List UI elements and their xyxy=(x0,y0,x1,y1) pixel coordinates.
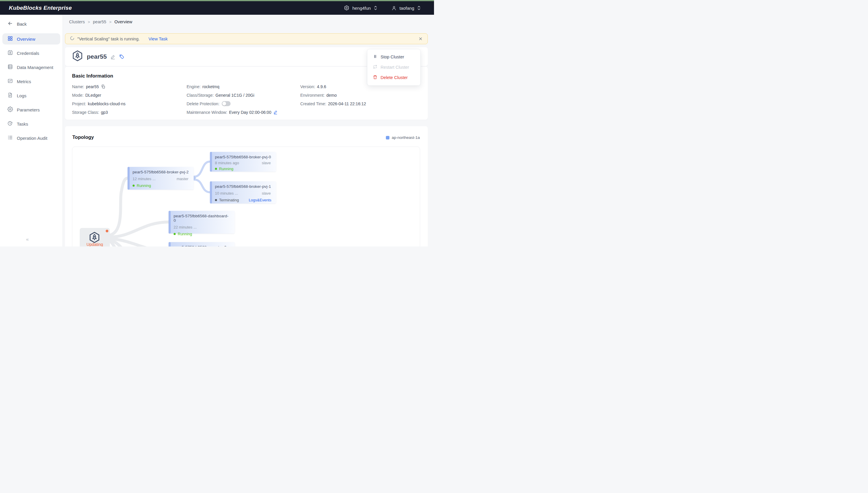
status-dot xyxy=(174,233,176,235)
topology-title: Topology xyxy=(72,134,94,140)
topology-cluster-node[interactable]: Updating xyxy=(80,228,110,246)
back-button[interactable]: Back xyxy=(2,18,60,29)
field-created-time: Created Time: 2026-04-11 22:16:12 xyxy=(300,101,412,106)
close-icon[interactable] xyxy=(418,37,423,41)
cluster-actions-menu: Stop Cluster Restart Cluster Delete Clus… xyxy=(367,49,420,86)
sidebar-item-label: Tasks xyxy=(17,122,28,127)
org-name: heng4fun xyxy=(352,6,371,10)
view-task-link[interactable]: View Task xyxy=(148,37,168,41)
id-badge-icon xyxy=(7,50,13,56)
node-name: pear5-575fbb6568-broker-pvj-1 xyxy=(215,184,272,189)
node-name: pear5-575fbb6568-dashboard-0 xyxy=(174,214,230,222)
org-cube-icon xyxy=(344,5,349,11)
sidebar: Back Overview Credentials Data Managemen… xyxy=(0,15,63,246)
chevron-updown-icon xyxy=(374,6,378,10)
node-accent-bar xyxy=(210,181,212,203)
cluster-name-title: pear55 xyxy=(87,53,107,60)
breadcrumb: Clusters > pear55 > Overview xyxy=(69,19,132,24)
field-environment: Environment: demo xyxy=(300,92,412,98)
status-dot xyxy=(215,168,217,170)
trash-icon xyxy=(373,75,377,80)
sidebar-collapse-button[interactable]: « xyxy=(26,236,28,242)
node-accent-bar xyxy=(168,242,170,246)
list-icon xyxy=(7,135,13,141)
sidebar-item-parameters[interactable]: Parameters xyxy=(2,104,60,115)
edit-pencil-icon[interactable] xyxy=(274,110,278,114)
node-name: pear5-575fbb6568-broker-pvj-0 xyxy=(215,155,272,159)
cluster-status-label: Updating xyxy=(80,242,110,246)
restart-icon xyxy=(373,65,377,70)
field-mode: Mode: DLedger xyxy=(72,92,187,98)
zone-legend-swatch xyxy=(386,136,389,140)
field-name: Name: pear55 xyxy=(72,84,187,89)
topology-node-dashboard-0[interactable]: pear5-575fbb6568-dashboard-0 22 minutes … xyxy=(168,211,235,234)
breadcrumb-separator: > xyxy=(109,20,112,24)
task-banner-message: "Vertical Scaling" task is running. xyxy=(77,37,140,41)
logs-events-link[interactable]: Logs&Events xyxy=(248,198,272,202)
node-age: 8 minutes ago xyxy=(215,161,239,165)
breadcrumb-clusters[interactable]: Clusters xyxy=(69,19,85,24)
node-status: Terminating xyxy=(219,198,239,202)
clock-icon xyxy=(7,121,13,127)
sidebar-item-credentials[interactable]: Credentials xyxy=(2,47,60,59)
sidebar-item-label: Data Management xyxy=(17,65,53,70)
server-icon xyxy=(7,64,13,70)
topbar: KubeBlocks Enterprise heng4fun taofang xyxy=(0,1,434,15)
menu-item-restart-cluster[interactable]: Restart Cluster xyxy=(367,62,420,72)
grid-icon xyxy=(7,36,13,42)
app-logo: KubeBlocks Enterprise xyxy=(0,5,72,11)
menu-item-delete-cluster[interactable]: Delete Cluster xyxy=(367,72,420,83)
pause-icon xyxy=(373,54,377,60)
sidebar-item-label: Operation Audit xyxy=(17,136,47,141)
topology-node-exporter-0[interactable]: pear5-575fbb6568-exporter-0 xyxy=(168,242,235,246)
field-delete-protection: Delete Protection: xyxy=(187,101,300,106)
topology-node-broker-pvj-1[interactable]: pear5-575fbb6568-broker-pvj-1 10 minutes… xyxy=(210,181,276,203)
arrow-left-icon xyxy=(7,21,13,27)
node-accent-bar xyxy=(210,152,212,172)
top-accent-strip xyxy=(0,0,434,1)
node-age: 22 minutes ... xyxy=(174,225,197,229)
sidebar-item-tasks[interactable]: Tasks xyxy=(2,118,60,129)
node-accent-bar xyxy=(168,211,170,234)
user-selector[interactable]: taofang xyxy=(391,5,421,11)
node-name: pear5-575fbb6568-exporter-0 xyxy=(174,245,230,246)
tag-icon[interactable] xyxy=(119,54,124,59)
file-icon xyxy=(7,92,13,99)
field-engine: Engine: rocketmq xyxy=(187,84,300,89)
breadcrumb-separator: > xyxy=(88,20,90,24)
gear-icon xyxy=(7,106,13,113)
node-role: master xyxy=(177,177,189,181)
topology-node-broker-pvj-2[interactable]: pear5-575fbb6568-broker-pvj-2 12 minutes… xyxy=(127,167,194,190)
updating-status-dot xyxy=(106,230,108,232)
sidebar-item-data-management[interactable]: Data Management xyxy=(2,62,60,73)
node-age: 10 minutes ... xyxy=(215,191,238,195)
node-status: Running xyxy=(219,167,233,171)
breadcrumb-current-page: Overview xyxy=(115,19,132,24)
org-selector[interactable]: heng4fun xyxy=(344,5,378,11)
field-project: Project: kubeblocks-cloud-ns xyxy=(72,101,187,106)
user-name: taofang xyxy=(400,6,414,10)
sidebar-item-logs[interactable]: Logs xyxy=(2,90,60,101)
zone-legend-label: ap-northeast-1a xyxy=(392,135,420,140)
sidebar-item-label: Logs xyxy=(17,93,26,98)
sidebar-item-label: Credentials xyxy=(17,51,39,56)
status-dot xyxy=(215,199,217,201)
copy-icon[interactable] xyxy=(101,84,105,89)
edit-pencil-icon[interactable] xyxy=(110,54,116,59)
topology-node-broker-pvj-0[interactable]: pear5-575fbb6568-broker-pvj-0 8 minutes … xyxy=(210,152,276,172)
sidebar-item-metrics[interactable]: Metrics xyxy=(2,76,60,87)
user-icon xyxy=(391,5,397,11)
delete-protection-toggle[interactable] xyxy=(222,101,230,106)
field-class-storage: Class/Storage: General 1C1G / 20Gi xyxy=(187,92,300,98)
sidebar-item-operation-audit[interactable]: Operation Audit xyxy=(2,132,60,144)
zone-legend: ap-northeast-1a xyxy=(386,135,420,140)
field-storage-class: Storage Class: gp3 xyxy=(72,109,187,115)
chart-icon xyxy=(7,78,13,85)
task-banner: "Vertical Scaling" task is running. View… xyxy=(65,33,428,44)
node-age: 12 minutes ... xyxy=(133,177,156,181)
spinner-icon xyxy=(70,36,75,42)
sidebar-item-overview[interactable]: Overview xyxy=(2,33,60,44)
sidebar-item-label: Parameters xyxy=(17,107,40,112)
breadcrumb-cluster-name[interactable]: pear55 xyxy=(93,19,106,24)
menu-item-stop-cluster[interactable]: Stop Cluster xyxy=(367,51,420,62)
